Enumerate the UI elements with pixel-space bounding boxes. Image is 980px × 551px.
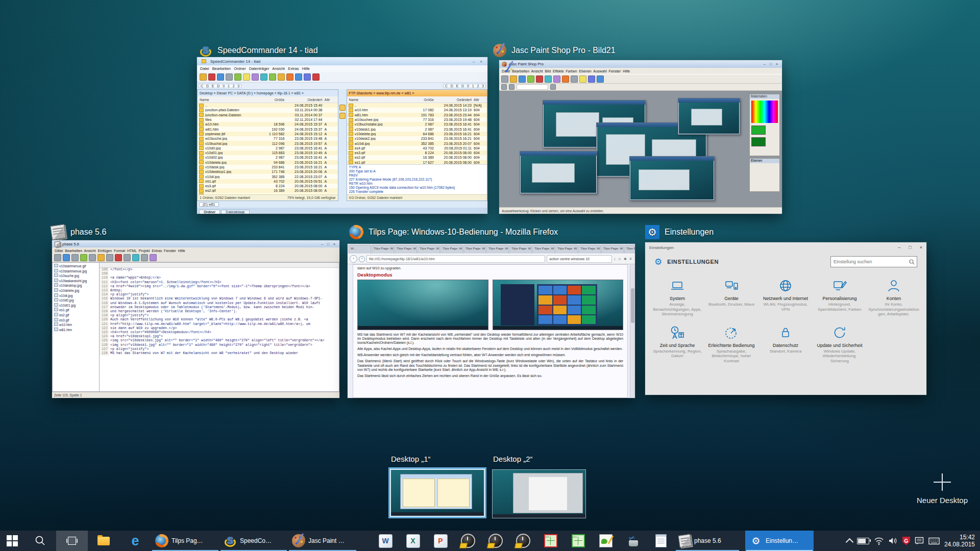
file-row[interactable]: v10d02.jpg 2 987 23.08.2015 16:41 A bbox=[198, 155, 338, 160]
tab-dateiablage[interactable]: Dateiablage bbox=[221, 210, 249, 214]
menu-hamburger-icon[interactable]: ≡ bbox=[629, 257, 633, 261]
psp-child-window[interactable] bbox=[520, 151, 597, 194]
taskbar-app-settings[interactable]: ⚙ Einstellun… bbox=[745, 531, 814, 551]
desktop2-thumbnail[interactable] bbox=[492, 469, 586, 518]
file-row[interactable]: .. 24.08.2015 15:40 bbox=[198, 103, 338, 108]
taskbar-icon-cm-red[interactable]: cm bbox=[537, 531, 565, 551]
file-row[interactable]: es1.gif 17 627 20.08.2015 08:00 604 bbox=[347, 160, 487, 164]
file-row[interactable]: w10suche.jpg 77 316 23.08.2015 19:48 A bbox=[198, 136, 338, 141]
close-button[interactable]: × bbox=[920, 245, 922, 250]
desktop2-label[interactable]: Desktop „2“ bbox=[493, 455, 533, 463]
toolbar-icon[interactable] bbox=[115, 254, 122, 261]
file-row[interactable]: v10buchst.jpg 112 096 23.08.2015 19:57 A bbox=[198, 141, 338, 145]
toolbar-icon[interactable] bbox=[97, 254, 105, 261]
tree-item[interactable]: v10d0.jpg bbox=[54, 298, 99, 303]
toolbar-icon[interactable] bbox=[519, 76, 526, 83]
toolbar-icon[interactable] bbox=[588, 76, 595, 83]
taskbar-icon-clock-app-3[interactable] bbox=[509, 531, 537, 551]
drive-buttons-right[interactable]: C D E D 0 1 2 3 bbox=[443, 84, 486, 88]
toolbar-icon[interactable] bbox=[510, 76, 517, 83]
phase-file-tree[interactable]: v10startmenue.gifv10startmenue.jpgv10suc… bbox=[52, 262, 100, 392]
toolbar-icon[interactable] bbox=[260, 73, 267, 81]
file-row[interactable]: es2.gif 16 389 20.08.2015 08:00 A bbox=[198, 188, 338, 193]
tree-item[interactable]: v10startmenue.jpg bbox=[54, 269, 99, 274]
psp-toolbar[interactable] bbox=[499, 74, 782, 84]
toolbar-icon[interactable] bbox=[150, 254, 157, 261]
background-color-swatch[interactable] bbox=[751, 137, 766, 146]
file-row[interactable]: files 02.11.2014 17:44 bbox=[198, 117, 338, 122]
toolbar-icon[interactable] bbox=[501, 84, 507, 90]
speaker-icon[interactable] bbox=[889, 537, 898, 545]
file-row[interactable]: v10delete.jpg 94 686 23.08.2015 16:21 A bbox=[198, 160, 338, 165]
edge-button[interactable]: e bbox=[119, 531, 151, 551]
settings-tile-personalisierung[interactable]: PersonalisierungHintergrund, Sperrbildsc… bbox=[813, 275, 866, 317]
browser-tab[interactable]: Tilps Page: W… bbox=[509, 245, 532, 254]
window-controls[interactable]: – □ × bbox=[321, 242, 337, 246]
window-thumbnail-psp[interactable]: Jasc Paint Shop Pro – □ × Datei Bearbeit… bbox=[499, 60, 782, 214]
pane-divider-buttons[interactable] bbox=[338, 89, 347, 201]
window-label-speedcommander[interactable]: S SpeedCommander 14 - tiad bbox=[199, 43, 318, 58]
firefox-tab-strip[interactable]: W…Tilps Page: W…Tilps Page: W…Tilps Page… bbox=[348, 244, 635, 254]
window-label-phase[interactable]: phase 5.6 bbox=[51, 224, 106, 240]
toolbar-icon[interactable] bbox=[89, 254, 96, 261]
left-path-bar[interactable]: Desktop » Dieser PC » DATA (D:) » homepa… bbox=[198, 90, 338, 96]
screenshot-startmenu-image[interactable] bbox=[493, 280, 624, 330]
column-headers[interactable]: Name Größe Geändert Attr bbox=[347, 96, 487, 103]
taskbar-icon-clock-app-1[interactable] bbox=[454, 531, 482, 551]
toolbar-icon[interactable] bbox=[141, 254, 148, 261]
browser-tab[interactable]: Tilps Page: W… bbox=[418, 245, 440, 254]
toolbar-icon[interactable] bbox=[286, 73, 293, 81]
phase-editor[interactable]: 108</font></p> 109 110<a name="wpps">&nb… bbox=[100, 262, 339, 392]
tree-item[interactable]: w10.htm bbox=[54, 322, 99, 328]
browser-tab[interactable]: Tilps Page: W… bbox=[440, 245, 463, 254]
toolbar-icon[interactable] bbox=[63, 254, 70, 261]
settings-tile-erleichterte-bedienung[interactable]: Erleichterte BedienungSprachausgabe, Bil… bbox=[705, 322, 758, 364]
column-name[interactable]: Name bbox=[347, 98, 408, 102]
file-row[interactable]: v10dl.jpg 352 385 22.08.2015 23:07 A bbox=[198, 174, 338, 179]
taskbar-icon-powerpoint[interactable]: P bbox=[427, 531, 454, 551]
toolbar-icon[interactable] bbox=[132, 254, 139, 261]
screenshot-desktop-image[interactable] bbox=[357, 280, 488, 330]
file-row[interactable]: pspbrwse.jbf 1 110 582 24.08.2015 15:12 … bbox=[198, 132, 338, 136]
browser-tab[interactable]: Tilps Page: W… bbox=[578, 245, 601, 254]
browser-tab[interactable]: Tilps Page: W… bbox=[486, 245, 509, 254]
scrollbar-thumb[interactable] bbox=[631, 288, 634, 323]
tree-item[interactable]: v10d01.jpg bbox=[54, 303, 99, 308]
search-input[interactable] bbox=[831, 259, 909, 264]
browser-tab[interactable]: W… bbox=[349, 245, 371, 254]
window-label-psp[interactable]: Jasc Paint Shop Pro - Bild21 bbox=[493, 43, 616, 58]
menu-items[interactable]: Datei Bearbeiten Ordner Datenträger Ansi… bbox=[200, 66, 310, 71]
column-date[interactable]: Geändert bbox=[285, 98, 325, 102]
window-controls[interactable]: – × bbox=[473, 59, 484, 64]
file-row[interactable]: v10buchstabe.jpg 2 987 23.08.2015 16:41 … bbox=[347, 122, 487, 127]
tree-item[interactable]: w81.htm bbox=[54, 328, 99, 333]
file-row[interactable]: es3.gif 8 224 20.08.2015 08:00 A bbox=[198, 184, 338, 188]
toolbar-icon[interactable] bbox=[234, 73, 241, 81]
toolbar-icon[interactable] bbox=[54, 254, 61, 261]
toolbar-icon[interactable] bbox=[226, 73, 233, 81]
tab-ordner[interactable]: Ordner bbox=[199, 210, 220, 214]
window-label-settings[interactable]: ⚙ Einstellungen bbox=[645, 224, 714, 240]
file-row[interactable]: w10.htm 18 596 24.08.2015 15:37 A bbox=[198, 122, 338, 127]
toolbar-dropdown[interactable] bbox=[517, 84, 548, 90]
file-row[interactable]: mi1.gif 43 702 20.08.2015 09:51 A bbox=[198, 179, 338, 184]
task-view-button[interactable] bbox=[56, 531, 88, 551]
column-size[interactable]: Größe bbox=[258, 98, 285, 102]
file-row[interactable]: v10d0.jpg 2 987 23.08.2015 16:41 A bbox=[198, 146, 338, 151]
toolbar-icon[interactable] bbox=[571, 76, 578, 83]
action-center-icon[interactable] bbox=[915, 537, 924, 545]
file-row[interactable]: v10desk.jpg 233 841 23.08.2015 16:21 A bbox=[198, 165, 338, 169]
toolbar-icon[interactable] bbox=[553, 76, 560, 83]
settings-tile-zeit-sprache[interactable]: Zeit und SpracheSpracherkennung, Region,… bbox=[651, 322, 704, 364]
scrollbar[interactable] bbox=[630, 264, 635, 398]
browser-tab[interactable]: Tilps Page: W… bbox=[555, 245, 578, 254]
toolbar-icon[interactable] bbox=[501, 76, 508, 83]
tray-chevron-icon[interactable] bbox=[846, 538, 854, 546]
taskbar-clock[interactable]: 15:42 24.08.2015 bbox=[944, 534, 975, 548]
toolbar-icon[interactable] bbox=[200, 73, 207, 81]
psp-tool-options-bar[interactable] bbox=[499, 84, 782, 91]
desktop1-label[interactable]: Desktop „1“ bbox=[391, 455, 431, 463]
window-thumbnail-phase[interactable]: phase 5.6 – □ × Datei Bearbeiten Ansicht… bbox=[52, 240, 339, 398]
toolbar-icon[interactable] bbox=[509, 84, 514, 90]
settings-tile-datenschutz[interactable]: DatenschutzStandort, Kamera bbox=[759, 322, 812, 364]
